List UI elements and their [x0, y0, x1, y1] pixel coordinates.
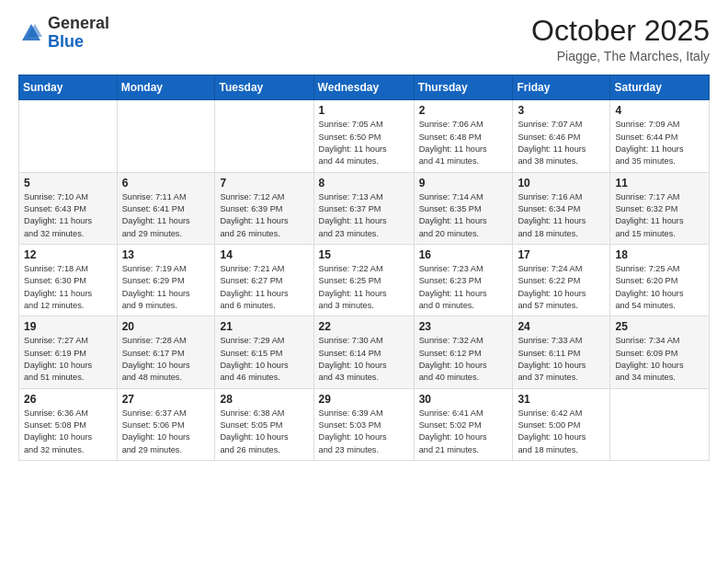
day-info: Sunrise: 7:12 AM Sunset: 6:39 PM Dayligh…: [220, 191, 308, 240]
day-number: 3: [518, 104, 605, 117]
table-row: 29Sunrise: 6:39 AM Sunset: 5:03 PM Dayli…: [313, 388, 414, 460]
day-number: 24: [518, 320, 605, 333]
day-number: 5: [24, 177, 112, 190]
table-row: 7Sunrise: 7:12 AM Sunset: 6:39 PM Daylig…: [215, 172, 313, 244]
day-number: 15: [319, 248, 409, 261]
calendar-week-2: 5Sunrise: 7:10 AM Sunset: 6:43 PM Daylig…: [19, 172, 710, 244]
table-row: [610, 388, 710, 460]
day-info: Sunrise: 6:39 AM Sunset: 5:03 PM Dayligh…: [319, 408, 409, 456]
subtitle: Piagge, The Marches, Italy: [531, 49, 710, 63]
day-number: 4: [615, 104, 704, 117]
day-info: Sunrise: 7:16 AM Sunset: 6:34 PM Dayligh…: [518, 191, 605, 240]
col-thursday: Thursday: [414, 75, 513, 100]
table-row: 13Sunrise: 7:19 AM Sunset: 6:29 PM Dayli…: [117, 244, 215, 316]
table-row: 12Sunrise: 7:18 AM Sunset: 6:30 PM Dayli…: [19, 244, 118, 316]
day-number: 14: [220, 248, 308, 261]
day-number: 29: [319, 393, 409, 406]
table-row: 2Sunrise: 7:06 AM Sunset: 6:48 PM Daylig…: [414, 100, 513, 172]
day-number: 19: [24, 320, 112, 333]
day-info: Sunrise: 7:19 AM Sunset: 6:29 PM Dayligh…: [122, 263, 210, 312]
header: General Blue October 2025 Piagge, The Ma…: [18, 15, 710, 63]
day-number: 13: [122, 248, 210, 261]
day-info: Sunrise: 7:09 AM Sunset: 6:44 PM Dayligh…: [615, 119, 704, 167]
table-row: 17Sunrise: 7:24 AM Sunset: 6:22 PM Dayli…: [513, 244, 610, 316]
calendar-header-row: Sunday Monday Tuesday Wednesday Thursday…: [19, 75, 710, 100]
day-info: Sunrise: 7:05 AM Sunset: 6:50 PM Dayligh…: [319, 119, 409, 167]
day-number: 22: [319, 320, 409, 333]
day-number: 7: [220, 177, 308, 190]
day-number: 21: [220, 320, 308, 333]
day-number: 12: [24, 248, 112, 261]
day-info: Sunrise: 7:06 AM Sunset: 6:48 PM Dayligh…: [419, 119, 508, 167]
table-row: 3Sunrise: 7:07 AM Sunset: 6:46 PM Daylig…: [513, 100, 610, 172]
day-number: 27: [122, 393, 210, 406]
day-number: 6: [122, 177, 210, 190]
col-friday: Friday: [513, 75, 610, 100]
col-monday: Monday: [117, 75, 215, 100]
page: General Blue October 2025 Piagge, The Ma…: [0, 0, 728, 563]
day-number: 1: [319, 104, 409, 117]
day-number: 9: [419, 177, 508, 190]
calendar-week-3: 12Sunrise: 7:18 AM Sunset: 6:30 PM Dayli…: [19, 244, 710, 316]
col-saturday: Saturday: [610, 75, 710, 100]
day-info: Sunrise: 6:38 AM Sunset: 5:05 PM Dayligh…: [220, 408, 308, 456]
day-info: Sunrise: 7:32 AM Sunset: 6:12 PM Dayligh…: [419, 335, 508, 384]
table-row: 4Sunrise: 7:09 AM Sunset: 6:44 PM Daylig…: [610, 100, 710, 172]
day-info: Sunrise: 6:36 AM Sunset: 5:08 PM Dayligh…: [24, 408, 112, 456]
day-info: Sunrise: 6:37 AM Sunset: 5:06 PM Dayligh…: [122, 408, 210, 456]
day-info: Sunrise: 7:13 AM Sunset: 6:37 PM Dayligh…: [319, 191, 409, 240]
day-info: Sunrise: 7:10 AM Sunset: 6:43 PM Dayligh…: [24, 191, 112, 240]
title-block: October 2025 Piagge, The Marches, Italy: [531, 15, 710, 63]
day-info: Sunrise: 7:21 AM Sunset: 6:27 PM Dayligh…: [220, 263, 308, 312]
day-info: Sunrise: 7:25 AM Sunset: 6:20 PM Dayligh…: [615, 263, 704, 312]
day-number: 8: [319, 177, 409, 190]
day-info: Sunrise: 7:14 AM Sunset: 6:35 PM Dayligh…: [419, 191, 508, 240]
table-row: 8Sunrise: 7:13 AM Sunset: 6:37 PM Daylig…: [313, 172, 414, 244]
day-info: Sunrise: 6:42 AM Sunset: 5:00 PM Dayligh…: [518, 408, 605, 456]
day-number: 11: [615, 177, 704, 190]
day-number: 18: [615, 248, 704, 261]
month-title: October 2025: [531, 15, 710, 47]
day-info: Sunrise: 7:33 AM Sunset: 6:11 PM Dayligh…: [518, 335, 605, 384]
table-row: 9Sunrise: 7:14 AM Sunset: 6:35 PM Daylig…: [414, 172, 513, 244]
day-number: 31: [518, 393, 605, 406]
table-row: 30Sunrise: 6:41 AM Sunset: 5:02 PM Dayli…: [414, 388, 513, 460]
table-row: 25Sunrise: 7:34 AM Sunset: 6:09 PM Dayli…: [610, 316, 710, 388]
col-tuesday: Tuesday: [215, 75, 313, 100]
table-row: 5Sunrise: 7:10 AM Sunset: 6:43 PM Daylig…: [19, 172, 118, 244]
logo-general: General: [48, 14, 109, 32]
day-info: Sunrise: 7:17 AM Sunset: 6:32 PM Dayligh…: [615, 191, 704, 240]
table-row: 18Sunrise: 7:25 AM Sunset: 6:20 PM Dayli…: [610, 244, 710, 316]
day-info: Sunrise: 7:28 AM Sunset: 6:17 PM Dayligh…: [122, 335, 210, 384]
table-row: 24Sunrise: 7:33 AM Sunset: 6:11 PM Dayli…: [513, 316, 610, 388]
table-row: 11Sunrise: 7:17 AM Sunset: 6:32 PM Dayli…: [610, 172, 710, 244]
day-info: Sunrise: 7:27 AM Sunset: 6:19 PM Dayligh…: [24, 335, 112, 384]
table-row: 15Sunrise: 7:22 AM Sunset: 6:25 PM Dayli…: [313, 244, 414, 316]
logo-blue: Blue: [48, 32, 84, 51]
table-row: 20Sunrise: 7:28 AM Sunset: 6:17 PM Dayli…: [117, 316, 215, 388]
day-number: 23: [419, 320, 508, 333]
table-row: 31Sunrise: 6:42 AM Sunset: 5:00 PM Dayli…: [513, 388, 610, 460]
logo-text: General Blue: [48, 15, 109, 52]
day-info: Sunrise: 7:07 AM Sunset: 6:46 PM Dayligh…: [518, 119, 605, 167]
day-info: Sunrise: 7:29 AM Sunset: 6:15 PM Dayligh…: [220, 335, 308, 384]
table-row: 16Sunrise: 7:23 AM Sunset: 6:23 PM Dayli…: [414, 244, 513, 316]
calendar-week-1: 1Sunrise: 7:05 AM Sunset: 6:50 PM Daylig…: [19, 100, 710, 172]
day-number: 16: [419, 248, 508, 261]
day-number: 26: [24, 393, 112, 406]
table-row: 10Sunrise: 7:16 AM Sunset: 6:34 PM Dayli…: [513, 172, 610, 244]
day-info: Sunrise: 7:30 AM Sunset: 6:14 PM Dayligh…: [319, 335, 409, 384]
table-row: [117, 100, 215, 172]
logo: General Blue: [18, 15, 109, 52]
day-info: Sunrise: 7:23 AM Sunset: 6:23 PM Dayligh…: [419, 263, 508, 312]
table-row: 28Sunrise: 6:38 AM Sunset: 5:05 PM Dayli…: [215, 388, 313, 460]
day-number: 10: [518, 177, 605, 190]
table-row: 1Sunrise: 7:05 AM Sunset: 6:50 PM Daylig…: [313, 100, 414, 172]
day-number: 2: [419, 104, 508, 117]
day-number: 17: [518, 248, 605, 261]
day-info: Sunrise: 6:41 AM Sunset: 5:02 PM Dayligh…: [419, 408, 508, 456]
table-row: 23Sunrise: 7:32 AM Sunset: 6:12 PM Dayli…: [414, 316, 513, 388]
table-row: [19, 100, 118, 172]
table-row: 21Sunrise: 7:29 AM Sunset: 6:15 PM Dayli…: [215, 316, 313, 388]
calendar-week-4: 19Sunrise: 7:27 AM Sunset: 6:19 PM Dayli…: [19, 316, 710, 388]
